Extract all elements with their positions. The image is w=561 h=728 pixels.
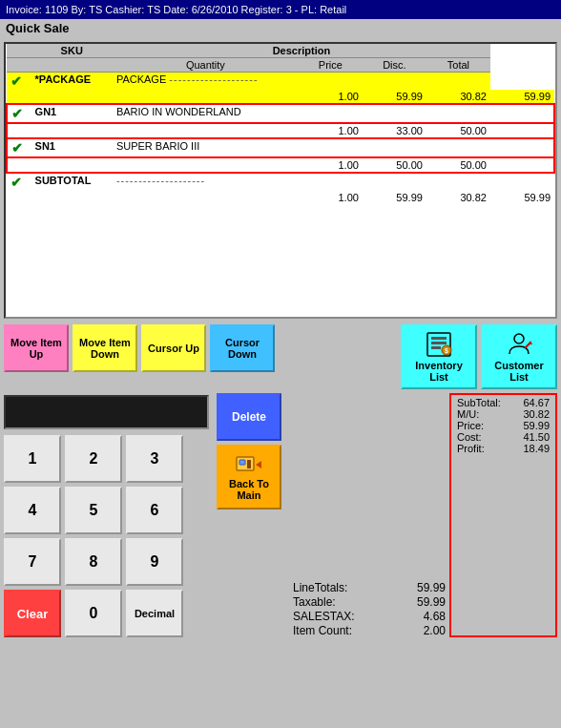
- row-detail-total: 59.99: [490, 90, 554, 104]
- num-6-button[interactable]: 6: [126, 487, 183, 534]
- svg-text:$: $: [445, 347, 448, 355]
- customer-list-button[interactable]: Customer List: [481, 324, 557, 389]
- row-desc: PACKAGE --------------------: [113, 73, 299, 91]
- price-value: 59.99: [523, 420, 550, 431]
- table-row[interactable]: 1.00 33.00 50.00: [7, 123, 554, 138]
- clear-button[interactable]: Clear: [4, 590, 61, 637]
- table-row[interactable]: 1.00 50.00 50.00: [7, 157, 554, 173]
- num-9-button[interactable]: 9: [126, 538, 183, 586]
- inventory-list-button[interactable]: $ Inventory List: [401, 324, 477, 389]
- sales-tax-label: SALESTAX:: [293, 610, 354, 623]
- row-detail-total: 59.99: [490, 191, 554, 204]
- taxable-label: Taxable:: [293, 595, 336, 609]
- row-price: [363, 104, 426, 123]
- row-detail-qty: 1.00: [299, 123, 363, 138]
- row-qty: [299, 104, 363, 123]
- num-5-button[interactable]: 5: [65, 487, 122, 534]
- table-row[interactable]: ✔ GN1 BARIO IN WONDERLAND: [7, 104, 554, 123]
- move-item-up-button[interactable]: Move Item Up: [4, 324, 69, 372]
- col-sku: SKU: [31, 44, 113, 58]
- svg-rect-11: [247, 460, 251, 468]
- row-detail-qty: 1.00: [299, 191, 363, 204]
- subcol-sku: [31, 58, 113, 73]
- row-sku: SUBTOTAL: [31, 173, 113, 191]
- invoice-table-container: SKU Description Quantity Price Disc. Tot…: [4, 42, 557, 319]
- subcol-total: Total: [426, 58, 490, 73]
- subcol-price: Price: [299, 58, 363, 73]
- subcol-check: [7, 58, 31, 73]
- row-qty: [299, 73, 363, 91]
- row-detail-disc: 30.82: [426, 90, 490, 104]
- subtotal-row: SubTotal: 64.67: [457, 397, 550, 408]
- table-row: ✔ SUBTOTAL --------------------: [7, 173, 554, 191]
- row-check: ✔: [7, 73, 31, 91]
- customer-icon: [504, 331, 534, 358]
- row-total: [426, 173, 490, 191]
- svg-rect-10: [239, 460, 245, 465]
- item-count-value: 2.00: [424, 624, 446, 637]
- item-count-label: Item Count:: [293, 624, 352, 637]
- mu-row: M/U: 30.82: [457, 408, 550, 420]
- num-7-button[interactable]: 7: [4, 538, 61, 586]
- subtotal-value: 64.67: [523, 397, 550, 408]
- row-price: [363, 73, 426, 91]
- table-row[interactable]: ✔ SN1 SUPER BARIO III: [7, 138, 554, 157]
- row-detail-qty: 1.00: [299, 90, 363, 104]
- title-text: Invoice: 1109 By: TS Cashier: TS Date: 6…: [6, 4, 346, 15]
- row-detail-total: [490, 157, 554, 173]
- num-4-button[interactable]: 4: [4, 487, 61, 534]
- num-0-button[interactable]: 0: [65, 590, 122, 637]
- back-main-icon: [235, 453, 263, 476]
- item-count-row: Item Count: 2.00: [293, 624, 446, 637]
- row-detail-total: [490, 123, 554, 138]
- num-3-button[interactable]: 3: [126, 435, 183, 483]
- num-2-button[interactable]: 2: [65, 435, 122, 483]
- svg-rect-2: [431, 342, 447, 344]
- cost-label: Cost:: [457, 431, 482, 443]
- sales-tax-value: 4.68: [424, 610, 446, 623]
- move-item-down-button[interactable]: Move Item Down: [73, 324, 137, 372]
- row-desc: BARIO IN WONDERLAND: [113, 104, 299, 123]
- row-desc: --------------------: [113, 173, 299, 191]
- row-qty: [299, 138, 363, 157]
- back-to-main-label: Back To Main: [229, 478, 269, 501]
- profit-row: Profit: 18.49: [457, 443, 550, 454]
- line-totals-label: LineTotals:: [293, 581, 347, 594]
- svg-marker-12: [256, 461, 261, 468]
- row-check: ✔: [7, 173, 31, 191]
- table-row[interactable]: ✔ *PACKAGE PACKAGE --------------------: [7, 73, 554, 91]
- row-detail-qty: 1.00: [299, 157, 363, 173]
- row-check: ✔: [7, 138, 31, 157]
- cursor-up-button[interactable]: Cursor Up: [141, 324, 206, 372]
- back-to-main-button[interactable]: Back To Main: [217, 445, 281, 510]
- row-total: [426, 73, 490, 91]
- decimal-button[interactable]: Decimal: [126, 590, 183, 637]
- inventory-list-label: Inventory List: [415, 360, 463, 383]
- cursor-down-button[interactable]: Cursor Down: [210, 324, 275, 372]
- amount-display: [4, 395, 209, 429]
- table-row: 1.00 59.99 30.82 59.99: [7, 191, 554, 204]
- delete-button[interactable]: Delete: [217, 393, 281, 441]
- row-detail-disc: 50.00: [426, 123, 490, 138]
- num-1-button[interactable]: 1: [4, 435, 61, 483]
- row-detail-check: [7, 90, 31, 104]
- line-totals-row: LineTotals: 59.99: [293, 581, 446, 594]
- row-check: ✔: [7, 104, 31, 123]
- subcol-qty: Quantity: [113, 58, 299, 73]
- svg-rect-3: [431, 346, 441, 349]
- price-label: Price:: [457, 420, 484, 431]
- summary-totals-panel: SubTotal: 64.67 M/U: 30.82 Price: 59.99 …: [449, 393, 557, 637]
- taxable-row: Taxable: 59.99: [293, 595, 446, 609]
- invoice-table: SKU Description Quantity Price Disc. Tot…: [6, 44, 555, 204]
- col-description: Description: [113, 44, 490, 58]
- subtotal-label: SubTotal:: [457, 397, 501, 408]
- row-total: [426, 104, 490, 123]
- num-8-button[interactable]: 8: [65, 538, 122, 586]
- subcol-disc: Disc.: [363, 58, 426, 73]
- row-total: [426, 138, 490, 157]
- svg-rect-1: [431, 337, 447, 340]
- row-detail-price: 50.00: [363, 157, 426, 173]
- line-totals-value: 59.99: [417, 581, 446, 594]
- customer-list-label: Customer List: [494, 360, 543, 383]
- table-row[interactable]: 1.00 59.99 30.82 59.99: [7, 90, 554, 104]
